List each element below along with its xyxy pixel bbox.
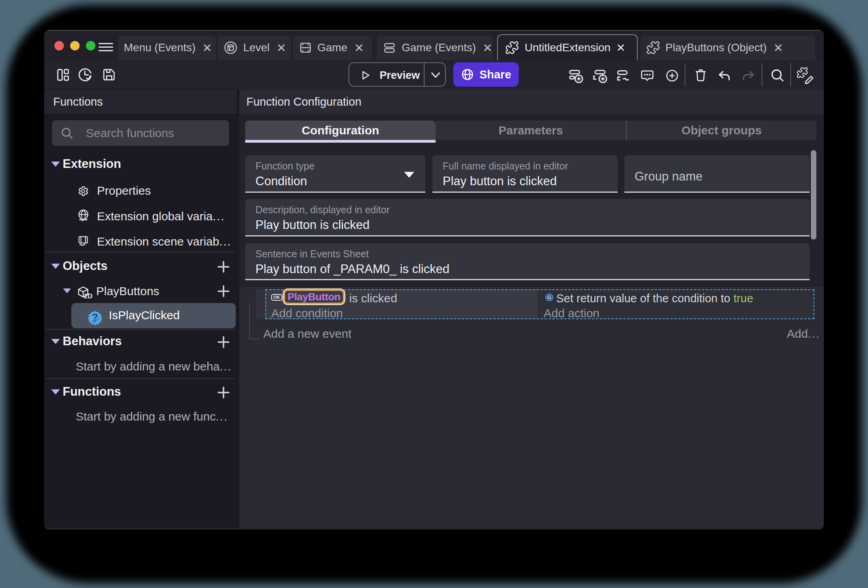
svg-text:?: ?	[92, 311, 98, 323]
svg-text:G: G	[547, 295, 551, 301]
